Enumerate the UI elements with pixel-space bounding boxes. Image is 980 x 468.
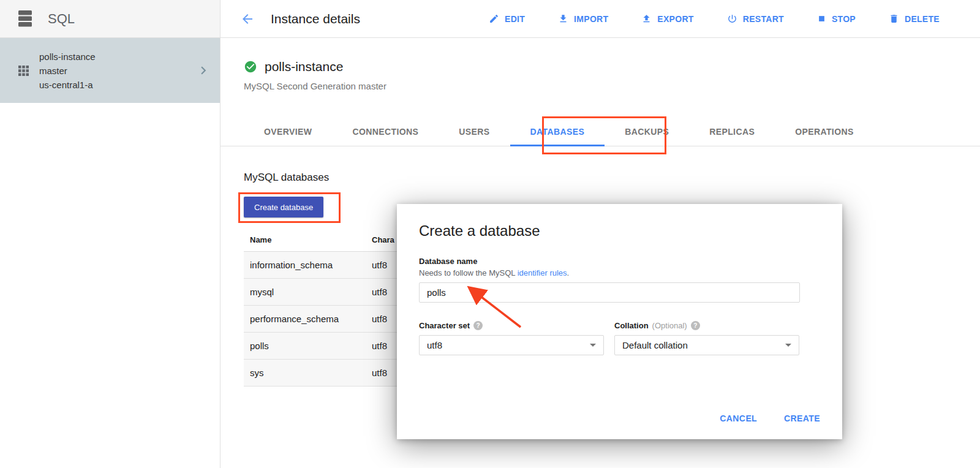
tab-databases[interactable]: DATABASES (510, 117, 605, 146)
db-name: polls (244, 341, 372, 351)
help-icon[interactable]: ? (691, 321, 700, 330)
collation-selected-value: Default collation (622, 340, 688, 350)
charset-label: Character set (419, 321, 470, 330)
charset-selected-value: utf8 (427, 340, 442, 350)
database-name-label: Database name (419, 257, 820, 266)
charset-select[interactable]: utf8 (419, 335, 604, 355)
dialog-actions: CANCEL CREATE (720, 413, 820, 423)
restart-button[interactable]: RESTART (727, 13, 784, 24)
sidebar-instance-info: polls-instance master us-central1-a (39, 50, 96, 92)
instance-tabs: OVERVIEW CONNECTIONS USERS DATABASES BAC… (221, 117, 980, 146)
chevron-right-icon (195, 62, 211, 78)
export-button-label: EXPORT (657, 14, 693, 24)
cancel-button[interactable]: CANCEL (720, 413, 757, 423)
cloud-sql-console: SQL Instance details EDIT (0, 0, 980, 468)
stop-button[interactable]: STOP (817, 13, 856, 24)
charset-field: Character set ? utf8 (419, 321, 604, 355)
instance-subtitle: MySQL Second Generation master (244, 81, 980, 91)
hint-period: . (567, 268, 570, 277)
export-icon (641, 13, 652, 24)
instance-sidebar: polls-instance master us-central1-a (0, 38, 221, 468)
sidebar-instance-name: polls-instance (39, 50, 96, 64)
product-title: SQL (48, 11, 75, 27)
hint-text: Needs to follow the MySQL (419, 268, 518, 277)
db-name: performance_schema (244, 314, 372, 324)
db-name: sys (244, 368, 372, 378)
export-button[interactable]: EXPORT (641, 13, 693, 24)
product-brand: SQL (0, 0, 221, 37)
import-icon (558, 13, 568, 24)
create-button[interactable]: CREATE (784, 413, 820, 423)
charset-collation-row: Character set ? utf8 Collation (Optional… (419, 321, 820, 355)
pencil-icon (489, 13, 499, 24)
database-name-input[interactable] (419, 282, 800, 303)
edit-button[interactable]: EDIT (489, 13, 525, 24)
tab-users[interactable]: USERS (439, 117, 510, 146)
tab-replicas[interactable]: REPLICAS (689, 117, 775, 146)
collation-label: Collation (614, 321, 649, 330)
status-check-icon (244, 60, 257, 74)
instance-name: polls-instance (265, 59, 343, 74)
db-name: information_schema (244, 260, 372, 270)
tab-overview[interactable]: OVERVIEW (244, 117, 332, 146)
tab-connections[interactable]: CONNECTIONS (332, 117, 439, 146)
power-icon (727, 13, 737, 24)
collation-field: Collation (Optional) ? Default collation (614, 321, 799, 355)
databases-heading: MySQL databases (244, 172, 980, 184)
delete-button[interactable]: DELETE (889, 13, 940, 24)
back-arrow-icon[interactable] (240, 12, 255, 26)
import-button-label: IMPORT (574, 14, 608, 24)
sidebar-item-polls-instance[interactable]: polls-instance master us-central1-a (0, 38, 220, 103)
column-header-name: Name (244, 235, 372, 244)
collation-select[interactable]: Default collation (614, 335, 799, 355)
instance-header-bar: Instance details EDIT IMPORT (221, 0, 980, 37)
tab-backups[interactable]: BACKUPS (605, 117, 689, 146)
dialog-title: Create a database (419, 222, 820, 240)
sidebar-instance-zone: us-central1-a (39, 78, 96, 92)
sql-logo-icon (17, 10, 33, 28)
help-icon[interactable]: ? (473, 321, 483, 330)
stop-button-label: STOP (832, 14, 856, 24)
trash-icon (889, 13, 899, 24)
create-database-dialog: Create a database Database name Needs to… (397, 204, 842, 439)
top-bar: SQL Instance details EDIT (0, 0, 980, 38)
instance-summary: polls-instance MySQL Second Generation m… (221, 38, 980, 91)
database-name-hint: Needs to follow the MySQL identifier rul… (419, 268, 820, 277)
edit-button-label: EDIT (505, 14, 525, 24)
import-button[interactable]: IMPORT (558, 13, 608, 24)
header-actions: EDIT IMPORT EXPORT (489, 13, 940, 24)
stop-icon (817, 14, 826, 23)
restart-button-label: RESTART (743, 14, 784, 24)
grid-icon (18, 66, 29, 76)
identifier-rules-link[interactable]: identifier rules (518, 268, 567, 277)
delete-button-label: DELETE (905, 14, 940, 24)
create-database-button[interactable]: Create database (244, 197, 323, 217)
page-title: Instance details (271, 12, 360, 26)
sidebar-instance-role: master (39, 64, 96, 78)
tab-operations[interactable]: OPERATIONS (775, 117, 874, 146)
collation-optional-label: (Optional) (652, 321, 687, 330)
chevron-down-icon (785, 344, 791, 347)
db-name: mysql (244, 287, 372, 297)
chevron-down-icon (590, 344, 596, 347)
